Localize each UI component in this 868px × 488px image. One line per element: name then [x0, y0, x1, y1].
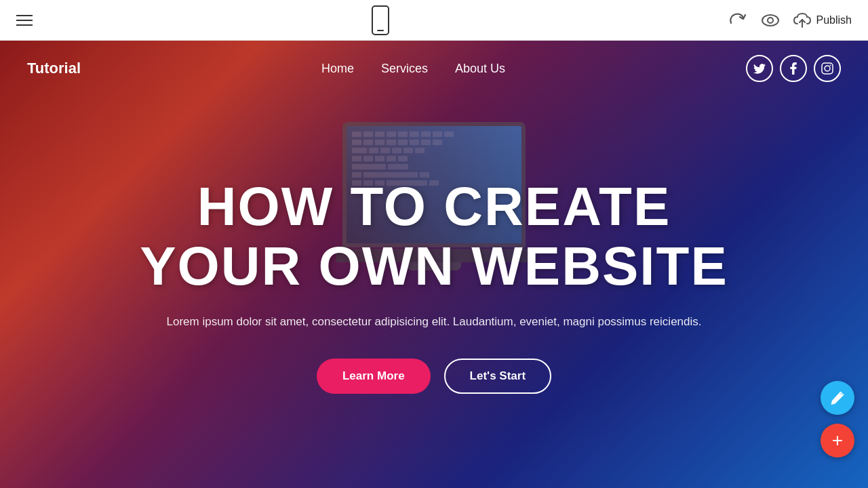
- hero-title-line1: HOW TO CREATE: [197, 176, 671, 237]
- twitter-social[interactable]: [746, 55, 773, 82]
- nav-socials: [746, 55, 841, 82]
- publish-button[interactable]: Publish: [793, 13, 852, 28]
- instagram-social[interactable]: [814, 55, 841, 82]
- facebook-social[interactable]: [780, 55, 807, 82]
- fab-add-icon: +: [832, 431, 843, 450]
- nav-link-about[interactable]: About Us: [455, 62, 505, 76]
- nav-links: Home Services About Us: [321, 62, 505, 76]
- toolbar-left: [16, 15, 33, 26]
- hero-description: Lorem ipsum dolor sit amet, consectetur …: [167, 312, 702, 331]
- svg-rect-5: [822, 63, 833, 74]
- nav-link-services[interactable]: Services: [381, 62, 428, 76]
- hero-buttons: Learn More Let's Start: [317, 359, 551, 394]
- svg-point-6: [825, 66, 830, 71]
- svg-point-7: [830, 65, 831, 66]
- site-logo: Tutorial: [27, 60, 81, 77]
- learn-more-button[interactable]: Learn More: [317, 359, 431, 394]
- cloud-upload-icon: [793, 13, 811, 28]
- svg-point-2: [762, 15, 778, 26]
- nav-link-home[interactable]: Home: [321, 62, 354, 76]
- fab-pencil-button[interactable]: [821, 381, 854, 415]
- fab-add-button[interactable]: +: [821, 424, 854, 458]
- toolbar-right: Publish: [728, 11, 852, 30]
- hamburger-icon[interactable]: [16, 15, 33, 26]
- undo-icon[interactable]: [728, 11, 747, 30]
- hero-title: HOW TO CREATE YOUR OWN WEBSITE: [140, 177, 728, 296]
- mobile-icon[interactable]: [371, 5, 390, 35]
- hero-content: HOW TO CREATE YOUR OWN WEBSITE Lorem ips…: [0, 83, 868, 488]
- svg-point-3: [768, 18, 773, 23]
- lets-start-button[interactable]: Let's Start: [444, 359, 551, 394]
- hero-section: Tutorial Home Services About Us: [0, 41, 868, 488]
- publish-label: Publish: [816, 14, 852, 26]
- canvas: Tutorial Home Services About Us: [0, 41, 868, 488]
- toolbar-center: [371, 5, 390, 35]
- eye-icon[interactable]: [761, 13, 780, 28]
- hero-title-line2: YOUR OWN WEBSITE: [140, 236, 728, 296]
- toolbar: Publish: [0, 0, 868, 41]
